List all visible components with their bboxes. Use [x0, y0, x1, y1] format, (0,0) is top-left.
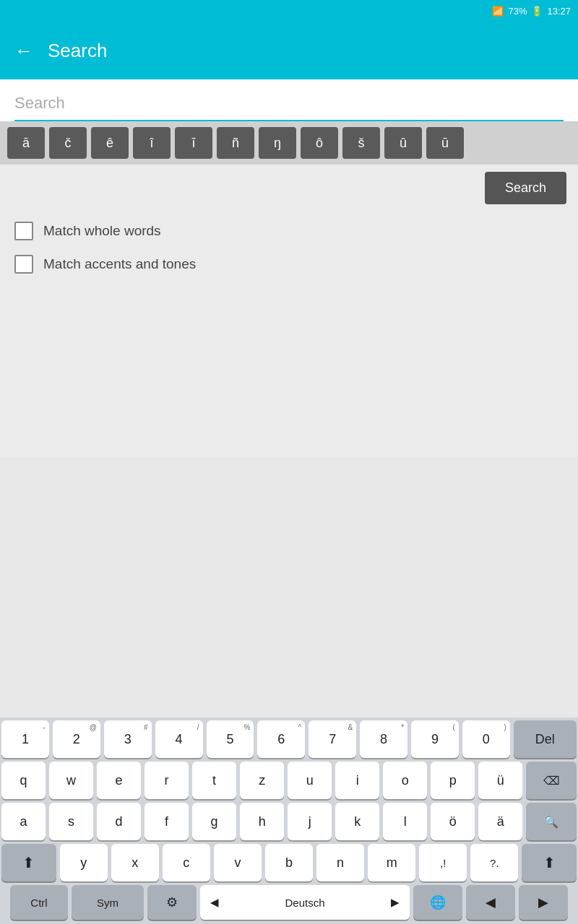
special-char-ŋ[interactable]: ŋ — [259, 127, 296, 159]
kb-key-w[interactable]: w — [49, 762, 93, 799]
kb-key-l[interactable]: l — [383, 803, 427, 840]
search-button[interactable]: Search — [485, 172, 566, 204]
kb-right-arrow-button[interactable]: ▶ — [519, 885, 568, 920]
kb-key-a[interactable]: a — [1, 803, 46, 840]
kb-space-button[interactable]: ◀ Deutsch ▶ — [200, 885, 410, 920]
kb-left-arrow-button[interactable]: ◀ — [466, 885, 515, 920]
special-char-ô[interactable]: ô — [301, 127, 338, 159]
kb-ctrl-button[interactable]: Ctrl — [10, 885, 68, 920]
kb-key-x[interactable]: x — [111, 844, 159, 881]
keyboard: 1-2@3#4/5%6^7&8*9(0)Del q w e r t z u i … — [0, 718, 578, 924]
battery-percent: 73% — [508, 6, 527, 17]
kb-key-1[interactable]: 1- — [1, 720, 49, 758]
kb-key-p[interactable]: p — [431, 762, 475, 799]
special-char-ñ[interactable]: ñ — [217, 127, 254, 159]
kb-qwerty-row: q w e r t z u i o p ü ⌫ — [1, 762, 577, 799]
match-accents-row: Match accents and tones — [14, 255, 564, 274]
kb-key-u[interactable]: u — [288, 762, 332, 799]
top-bar: ← Search — [0, 22, 578, 79]
special-char-û[interactable]: û — [384, 127, 422, 159]
kb-zxcv-row: ⬆ y x c v b n m ,! ?. ⬆ — [1, 844, 577, 881]
kb-key-z[interactable]: z — [240, 762, 284, 799]
kb-space-left-arrow: ◀ — [210, 896, 219, 909]
kb-key-d[interactable]: d — [97, 803, 141, 840]
kb-space-language: Deutsch — [285, 897, 324, 909]
kb-globe-button[interactable]: 🌐 — [413, 885, 462, 920]
kb-sym-button[interactable]: Sym — [72, 885, 144, 920]
kb-key-r[interactable]: r — [144, 762, 189, 799]
battery-icon: 🔋 — [531, 6, 543, 17]
match-whole-words-row: Match whole words — [14, 222, 564, 240]
kb-key-7[interactable]: 7& — [309, 720, 356, 758]
options-area: Match whole words Match accents and tone… — [0, 212, 578, 298]
kb-key-j[interactable]: j — [288, 803, 332, 840]
kb-key-t[interactable]: t — [192, 762, 236, 799]
kb-key-h[interactable]: h — [240, 803, 284, 840]
kb-key-0[interactable]: 0) — [462, 720, 510, 758]
kb-key-c[interactable]: c — [163, 844, 210, 881]
special-char-š[interactable]: š — [342, 127, 380, 159]
match-whole-words-checkbox[interactable] — [14, 222, 33, 240]
special-char-ā[interactable]: ā — [7, 127, 45, 159]
kb-asdf-row: a s d f g h j k l ö ä 🔍 — [1, 803, 577, 840]
kb-shift-button[interactable]: ⬆ — [1, 844, 56, 881]
special-char-ū[interactable]: ū — [426, 127, 464, 159]
kb-key-g[interactable]: g — [192, 803, 236, 840]
special-char-î[interactable]: î — [133, 127, 171, 159]
page-title: Search — [48, 40, 107, 62]
wifi-icon: 📶 — [492, 6, 504, 17]
kb-key-m[interactable]: m — [368, 844, 415, 881]
kb-key-o-umlaut[interactable]: ö — [431, 803, 475, 840]
match-accents-checkbox[interactable] — [14, 255, 33, 274]
special-char-č[interactable]: č — [49, 127, 87, 159]
kb-backspace-button[interactable]: ⌫ — [526, 762, 577, 799]
kb-key-3[interactable]: 3# — [104, 720, 152, 758]
kb-key-u-umlaut[interactable]: ü — [478, 762, 522, 799]
kb-key-v[interactable]: v — [214, 844, 262, 881]
special-char-ī[interactable]: ī — [175, 127, 212, 159]
special-char-ê[interactable]: ê — [91, 127, 129, 159]
search-input[interactable] — [14, 87, 564, 121]
kb-number-row: 1-2@3#4/5%6^7&8*9(0)Del — [1, 720, 577, 758]
kb-space-right-arrow: ▶ — [391, 896, 400, 909]
match-whole-words-label: Match whole words — [43, 223, 161, 239]
kb-key-k[interactable]: k — [335, 803, 379, 840]
kb-key-i[interactable]: i — [335, 762, 379, 799]
kb-gear-button[interactable]: ⚙ — [147, 885, 197, 920]
back-button[interactable]: ← — [14, 40, 33, 62]
clock: 13:27 — [547, 6, 571, 17]
kb-key-8[interactable]: 8* — [360, 720, 407, 758]
kb-key-n[interactable]: n — [316, 844, 364, 881]
kb-key-f[interactable]: f — [144, 803, 189, 840]
kb-key-y[interactable]: y — [60, 844, 108, 881]
kb-key-b[interactable]: b — [265, 844, 313, 881]
search-area — [0, 79, 578, 121]
kb-key-period-question[interactable]: ?. — [470, 844, 518, 881]
status-bar: 📶 73% 🔋 13:27 — [0, 0, 578, 22]
kb-key-e[interactable]: e — [97, 762, 141, 799]
kb-key-q[interactable]: q — [1, 762, 46, 799]
kb-key-4[interactable]: 4/ — [155, 720, 203, 758]
kb-key-o[interactable]: o — [383, 762, 427, 799]
special-chars-row: āčêîīñŋôšûū — [0, 121, 578, 165]
kb-del-button[interactable]: Del — [514, 720, 577, 758]
status-icons: 📶 73% 🔋 13:27 — [492, 6, 571, 17]
kb-search-key[interactable]: 🔍 — [526, 803, 577, 840]
kb-key-a-umlaut[interactable]: ä — [478, 803, 522, 840]
kb-key-2[interactable]: 2@ — [53, 720, 100, 758]
kb-bottom-row: Ctrl Sym ⚙ ◀ Deutsch ▶ 🌐 ◀ ▶ — [1, 885, 577, 920]
kb-shift-right-button[interactable]: ⬆ — [522, 844, 577, 881]
kb-key-comma-excl[interactable]: ,! — [419, 844, 467, 881]
match-accents-label: Match accents and tones — [43, 256, 196, 272]
kb-key-9[interactable]: 9( — [411, 720, 459, 758]
kb-key-6[interactable]: 6^ — [257, 720, 305, 758]
kb-key-s[interactable]: s — [49, 803, 93, 840]
content-area — [0, 298, 578, 457]
search-button-row: Search — [0, 165, 578, 212]
kb-key-5[interactable]: 5% — [207, 720, 254, 758]
